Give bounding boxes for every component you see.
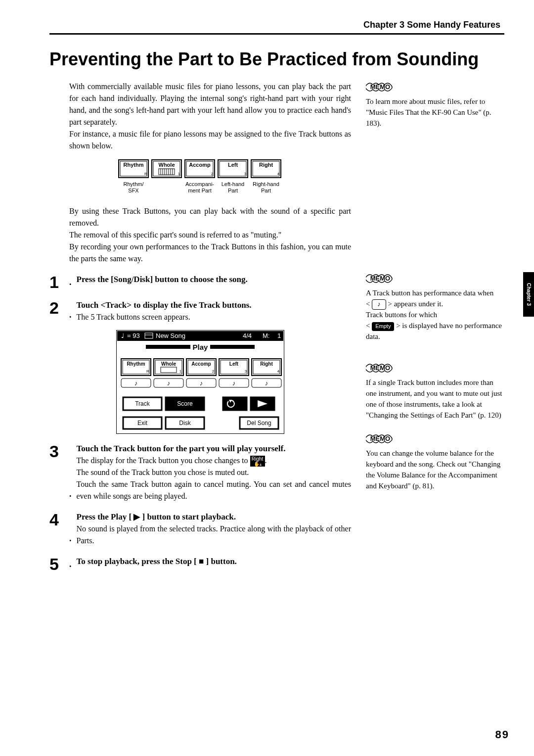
svg-text:♪: ♪ (134, 379, 138, 387)
svg-text:Right: Right (260, 361, 273, 367)
svg-text:Accomp: Accomp (189, 162, 211, 168)
page-title: Preventing the Part to Be Practiced from… (49, 48, 504, 70)
svg-text:MEMO: MEMO (370, 364, 390, 372)
intro-paragraph-2: For instance, a music file for piano les… (69, 128, 351, 152)
svg-text:♪: ♪ (167, 379, 171, 387)
svg-text:Left: Left (229, 361, 239, 367)
step-2-heading: Touch <Track> to display the five Track … (77, 299, 352, 311)
svg-rect-85 (223, 397, 247, 410)
step-4-sub: No sound is played from the selected tra… (77, 523, 352, 547)
memo-3-text: If a single Track button includes more t… (366, 378, 504, 421)
svg-text:ment Part: ment Part (188, 188, 212, 193)
step-3-sub-2: The sound of the Track button you chose … (77, 467, 352, 478)
svg-text:Right-hand: Right-hand (253, 181, 279, 187)
step-3-sub-1: The display for the Track button you cho… (77, 455, 352, 467)
svg-text:♪: ♪ (232, 379, 236, 387)
svg-text:Right: Right (259, 162, 273, 168)
step-5-heading: To stop playback, press the Stop [ ■ ] b… (77, 556, 352, 567)
step-number-1: 1 (49, 274, 69, 290)
svg-text:MEMO: MEMO (370, 435, 390, 442)
memo-4-text: You can change the volume balance for th… (366, 448, 504, 491)
svg-text:1: 1 (178, 172, 180, 176)
memo-3: MEMO If a single Track button includes m… (366, 362, 504, 421)
step-number-4: 4 (49, 511, 69, 528)
svg-rect-57 (161, 367, 177, 373)
svg-text:4: 4 (277, 369, 280, 374)
svg-text:1: 1 (277, 332, 281, 339)
svg-text:3: 3 (244, 172, 247, 176)
svg-text:Rhythm/: Rhythm/ (124, 181, 144, 187)
memo-icon: MEMO (366, 272, 395, 285)
memo-1-text: To learn more about music files, refer t… (366, 96, 504, 129)
svg-text:Rhythm: Rhythm (127, 361, 145, 367)
svg-text:2: 2 (212, 369, 215, 374)
svg-text:Part: Part (228, 188, 238, 193)
svg-text:New Song: New Song (156, 332, 185, 339)
memo-4: MEMO You can change the volume balance f… (366, 432, 504, 491)
svg-text:4: 4 (277, 172, 280, 176)
svg-text:MEMO: MEMO (370, 275, 390, 282)
svg-text:SFX: SFX (128, 188, 139, 193)
svg-text:Play: Play (193, 343, 209, 351)
svg-text:Del Song: Del Song (247, 420, 271, 426)
paragraph-after-fig-1: By using these Track Buttons, you can pl… (69, 205, 351, 229)
svg-text:M:: M: (263, 332, 269, 339)
empty-pill-icon: Empty (372, 322, 394, 331)
svg-text:Left: Left (228, 162, 238, 168)
svg-text:Rhythm: Rhythm (124, 162, 144, 168)
step-3-sub-3: Touch the same Track button again to can… (77, 478, 352, 502)
right-button-icon: Right✋₄ (250, 456, 265, 467)
svg-text:♪: ♪ (200, 379, 203, 387)
memo-2-text: A Track button has performance data when… (366, 288, 504, 342)
svg-text:3: 3 (245, 369, 247, 374)
step-2-sub: The 5 Track buttons screen appears. (77, 311, 352, 323)
side-tab: Chapter 3 (523, 272, 534, 317)
svg-text:4/4: 4/4 (243, 332, 252, 339)
paragraph-after-fig-2: The removal of this specific part's soun… (69, 229, 351, 241)
track-buttons-figure: Rhythm R Whole 1 Accomp (116, 159, 284, 198)
chapter-header: Chapter 3 Some Handy Features (49, 20, 504, 30)
svg-text:Disk: Disk (179, 420, 191, 426)
paragraph-after-fig-3: By recording your own performances to th… (69, 241, 351, 265)
svg-text:Accomp: Accomp (191, 361, 211, 367)
note-pill-icon: ♪ (372, 299, 386, 310)
svg-text:Part: Part (261, 188, 271, 193)
svg-text:Score: Score (177, 400, 193, 407)
step-3-heading: Touch the Track button for the part you … (77, 443, 352, 455)
svg-text:MEMO: MEMO (370, 83, 390, 91)
memo-icon: MEMO (366, 81, 395, 94)
memo-1: MEMO To learn more about music files, re… (366, 81, 504, 129)
step-4-heading: Press the Play [ ▶ ] button to start pla… (77, 511, 352, 523)
svg-text:Accompani-: Accompani- (185, 181, 214, 187)
memo-2: MEMO A Track button has performance data… (366, 272, 504, 342)
svg-text:2: 2 (211, 172, 214, 176)
step-number-2: 2 (49, 299, 69, 316)
header-rule (49, 33, 504, 35)
step-number-5: 5 (49, 556, 69, 572)
step-number-3: 3 (49, 443, 69, 460)
svg-text:= 93: = 93 (127, 332, 140, 339)
svg-rect-46 (146, 345, 190, 349)
step-1-heading: Press the [Song/Disk] button to choose t… (77, 274, 352, 285)
svg-text:Whole: Whole (159, 162, 175, 168)
page-number: 89 (495, 728, 509, 741)
svg-text:R: R (144, 172, 147, 176)
svg-text:Whole: Whole (161, 361, 176, 367)
svg-rect-48 (210, 345, 255, 349)
svg-text:♪: ♪ (265, 379, 268, 387)
svg-rect-37 (117, 331, 283, 341)
intro-paragraph-1: With commercially available music files … (69, 81, 351, 128)
svg-text:1: 1 (179, 369, 182, 374)
svg-text:R: R (146, 369, 149, 374)
svg-text:Track: Track (135, 400, 150, 407)
memo-icon: MEMO (366, 362, 395, 375)
svg-text:Left-hand: Left-hand (222, 181, 244, 187)
memo-icon: MEMO (366, 432, 395, 445)
screen-figure: ♩ = 93 New Song 4/4 M: 1 Play (116, 330, 284, 434)
svg-text:Exit: Exit (137, 420, 148, 426)
svg-text:♩: ♩ (121, 332, 124, 339)
